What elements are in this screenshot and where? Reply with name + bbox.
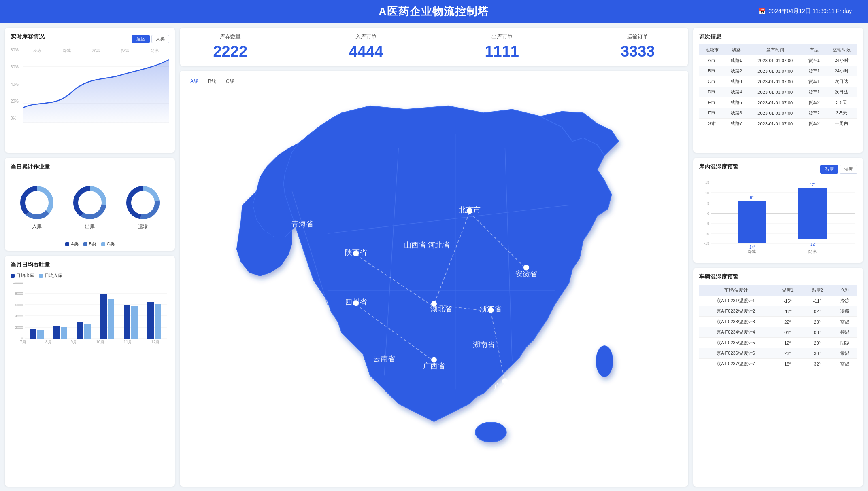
stat-outbound-value: 1111 [485, 43, 519, 60]
svg-point-72 [353, 250, 359, 256]
warehouse-temp-title: 库内温湿度预警 [699, 163, 738, 171]
map-tab-b[interactable]: B线 [203, 76, 221, 87]
daily-legend: 日均出库 日均入库 [11, 273, 169, 279]
route-header-duration: 运输时效 [826, 44, 857, 55]
map-container: 青海省 四川省 陕西省 山西省 河北省 北京市 湖北省 云南省 广西省 浙江省 … [185, 91, 683, 483]
vehicle-t1: 18° [773, 359, 802, 369]
tag-humidity[interactable]: 湿度 [840, 165, 857, 174]
svg-text:广西省: 广西省 [423, 362, 445, 370]
vehicle-t1: -15° [773, 296, 802, 306]
svg-rect-30 [37, 330, 44, 339]
vehicle-t1: 23° [773, 348, 802, 359]
donut-outbound-label: 出库 [85, 223, 95, 230]
route-car: 货车1 [802, 76, 826, 87]
donut-transport: 运输 [125, 184, 161, 230]
svg-rect-97 [798, 214, 827, 239]
page-title: A医药企业物流控制塔 [379, 4, 489, 19]
legend-dot-outbound [11, 274, 15, 278]
vehicle-plate: 京A·F0237/温度计7 [699, 359, 773, 369]
svg-rect-34 [84, 324, 91, 339]
vehicle-row: 京A·F0234/温度计4 01° 08° 控温 [699, 327, 857, 338]
vehicle-plate: 京A·F0233/温度计3 [699, 317, 773, 327]
route-table: 地级市 线路 发车时间 车型 运输时效 A市 线路1 2023-01-01 07… [699, 44, 857, 129]
route-city: B市 [699, 66, 725, 76]
tag-temperature[interactable]: 温度 [820, 165, 838, 174]
route-route: 线路3 [725, 76, 748, 87]
tag-dalei[interactable]: 大类 [151, 35, 169, 43]
vehicle-row: 京A·F0233/温度计3 22° 28° 常温 [699, 317, 857, 327]
route-header-route: 线路 [725, 44, 748, 55]
svg-text:青海省: 青海省 [291, 220, 313, 228]
svg-text:湖南省: 湖南省 [473, 341, 495, 349]
legend-dot-a [65, 242, 69, 246]
route-card: 班次信息 地级市 线路 发车时间 车型 运输时效 A市 线路1 2023-01-… [693, 28, 863, 153]
header-datetime: 📅 2024年04月12日 11:39:11 Friday [759, 8, 852, 15]
svg-point-69 [431, 301, 437, 307]
legend-b: B类 [83, 241, 96, 247]
route-city: A市 [699, 55, 725, 66]
stat-outbound-label: 出库订单 [485, 33, 519, 40]
svg-text:6000: 6000 [15, 303, 23, 307]
donut-transport-chart [125, 184, 161, 221]
svg-text:山西省 河北省: 山西省 河北省 [404, 241, 450, 249]
tag-wenqu[interactable]: 温区 [132, 35, 150, 43]
svg-text:6°: 6° [750, 195, 754, 200]
svg-text:8000: 8000 [15, 292, 23, 296]
vehicle-type: 冷藏 [832, 306, 857, 317]
route-time: 2023-01-01 07:00 [748, 55, 802, 66]
main-content: 实时库容情况 温区 大类 80%60%40%20%0% [0, 23, 868, 491]
route-row: B市 线路2 2023-01-01 07:00 货车1 24小时 [699, 66, 857, 76]
route-city: D市 [699, 87, 725, 97]
vehicle-header-type: 仓别 [832, 285, 857, 296]
svg-point-71 [488, 307, 494, 313]
map-tab-c[interactable]: C线 [221, 76, 239, 87]
route-row: G市 线路7 2023-01-01 07:00 货车2 一周内 [699, 119, 857, 129]
daily-throughput-title: 当月日均吞吐量 [11, 261, 169, 269]
inventory-chart: 80%60%40%20%0% [11, 48, 169, 141]
svg-text:4000: 4000 [15, 314, 23, 318]
inventory-line-chart [23, 48, 169, 123]
route-duration: 24小时 [826, 66, 857, 76]
svg-rect-91 [738, 201, 766, 214]
calendar-icon: 📅 [759, 8, 766, 15]
route-city: E市 [699, 97, 725, 108]
donut-legend: A类 B类 C类 [11, 241, 169, 247]
temp-chart: 15 10 5 0 -5 -10 -15 [699, 178, 857, 255]
stats-row: 库存数量 2222 入库订单 4444 出库订单 1111 运输订单 3333 [180, 28, 688, 66]
svg-text:12°: 12° [809, 182, 815, 187]
legend-dot-c [101, 242, 105, 246]
route-route: 线路4 [725, 87, 748, 97]
svg-rect-35 [100, 294, 107, 339]
svg-point-75 [431, 357, 437, 363]
svg-rect-32 [61, 327, 67, 339]
svg-point-68 [467, 208, 472, 214]
vehicle-t1: 01° [773, 327, 802, 338]
vehicle-table: 车牌/温度计 温度1 温度2 仓别 京A·F0231/温度计1 -15° -11… [699, 285, 857, 369]
route-row: E市 线路5 2023-01-01 07:00 货车2 3-5天 [699, 97, 857, 108]
svg-text:-5: -5 [706, 222, 709, 226]
legend-label-a: A类 [71, 241, 78, 247]
map-tab-a[interactable]: A线 [185, 76, 203, 87]
route-time: 2023-01-01 07:00 [748, 87, 802, 97]
route-duration: 一周内 [826, 119, 857, 129]
svg-text:2000: 2000 [15, 326, 23, 330]
vehicle-plate: 京A·F0232/温度计2 [699, 306, 773, 317]
stat-inventory: 库存数量 2222 [213, 33, 247, 60]
vehicle-plate: 京A·F0234/温度计4 [699, 327, 773, 338]
route-title: 班次信息 [699, 33, 857, 40]
donut-outbound-chart [72, 184, 108, 221]
stat-inventory-label: 库存数量 [213, 33, 247, 40]
route-car: 货车1 [802, 87, 826, 97]
legend-dot-b [83, 242, 87, 246]
vehicle-t2: 20° [802, 338, 832, 348]
legend-label-inbound: 日均入库 [45, 273, 62, 279]
vehicle-row: 京A·F0232/温度计2 -12° 02° 冷藏 [699, 306, 857, 317]
route-city: C市 [699, 76, 725, 87]
vehicle-row: 京A·F0237/温度计7 18° 32° 常温 [699, 359, 857, 369]
route-row: C市 线路3 2023-01-01 07:00 货车1 次日达 [699, 76, 857, 87]
svg-rect-39 [147, 302, 154, 339]
stat-inventory-value: 2222 [213, 43, 247, 60]
route-duration: 3-5天 [826, 97, 857, 108]
vehicle-plate: 京A·F0236/温度计6 [699, 348, 773, 359]
route-car: 货车2 [802, 108, 826, 119]
